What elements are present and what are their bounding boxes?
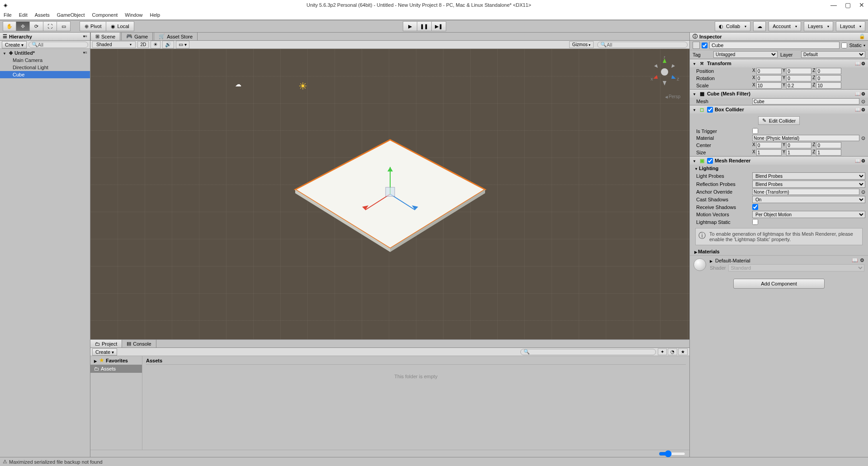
perspective-label[interactable]: Persp	[665, 94, 680, 99]
scene-menu-icon[interactable]: ▾≡	[83, 51, 87, 55]
cube-object[interactable]	[291, 135, 490, 253]
menu-file[interactable]: File	[4, 12, 12, 18]
tab-scene[interactable]: ⊞Scene	[90, 32, 120, 40]
scene-item[interactable]: ◈Untitled*▾≡	[0, 49, 90, 57]
help-icon[interactable]: 📖	[852, 257, 858, 263]
scl-x[interactable]	[756, 82, 782, 89]
hand-tool-button[interactable]: ✋	[3, 21, 16, 31]
layout-button[interactable]: Layout	[836, 21, 865, 31]
center-z[interactable]	[816, 142, 841, 148]
materials-foldout[interactable]: Materials	[690, 248, 868, 255]
scene-view[interactable]: ☁ ☀ y x z	[90, 49, 689, 339]
2d-toggle[interactable]: 2D	[137, 41, 149, 48]
tab-asset-store[interactable]: 🛒Asset Store	[154, 32, 198, 40]
cast-shadows-dropdown[interactable]: On	[752, 196, 865, 203]
maximize-icon[interactable]: ▢	[845, 1, 851, 9]
scl-y[interactable]	[786, 82, 811, 89]
center-x[interactable]	[756, 142, 782, 148]
tab-project[interactable]: 🗀Project	[90, 340, 122, 347]
pivot-button[interactable]: ⊕Pivot	[80, 21, 106, 31]
is-trigger-checkbox[interactable]	[752, 128, 758, 134]
gear-icon[interactable]: ⚙	[861, 107, 865, 112]
account-button[interactable]: Account	[769, 21, 801, 31]
filter-icon-3[interactable]: ★	[678, 348, 688, 355]
rot-z[interactable]	[816, 75, 841, 81]
lock-icon[interactable]: 🔒	[859, 33, 865, 39]
collider-enabled[interactable]	[707, 107, 713, 113]
tab-console[interactable]: ▤Console	[122, 340, 156, 347]
tag-dropdown[interactable]: Untagged	[713, 51, 778, 58]
lighting-toggle[interactable]: ☀	[151, 41, 160, 48]
layers-button[interactable]: Layers	[804, 21, 833, 31]
pos-x[interactable]	[756, 68, 782, 74]
receive-shadows-checkbox[interactable]	[752, 204, 758, 210]
help-icon[interactable]: 📖	[855, 61, 860, 66]
hierarchy-item-cube[interactable]: Cube	[0, 71, 90, 78]
rotate-tool-button[interactable]: ⟳	[30, 21, 43, 31]
size-z[interactable]	[816, 149, 841, 156]
lightmap-static-checkbox[interactable]	[752, 219, 758, 225]
help-icon[interactable]: 📖	[855, 158, 860, 163]
rot-x[interactable]	[756, 75, 782, 81]
shader-dropdown[interactable]: Standard	[728, 264, 864, 271]
rect-tool-button[interactable]: ▭	[57, 21, 71, 31]
layer-dropdown[interactable]: Default	[801, 51, 865, 58]
object-picker-icon[interactable]: ⊙	[861, 189, 865, 195]
gear-icon[interactable]: ⚙	[861, 158, 865, 163]
motion-vectors-dropdown[interactable]: Per Object Motion	[752, 211, 865, 218]
transform-header[interactable]: ⤧Transform 📖⚙	[690, 59, 868, 67]
size-x[interactable]	[756, 149, 782, 156]
rot-y[interactable]	[786, 75, 811, 81]
step-button[interactable]: ▶❚	[432, 21, 446, 31]
thumbnail-size-slider[interactable]	[659, 450, 686, 457]
favorites-item[interactable]: ★Favorites	[90, 356, 142, 365]
orientation-gizmo[interactable]: y x z	[649, 56, 680, 88]
create-button[interactable]: Create ▾	[2, 41, 27, 48]
active-checkbox[interactable]	[702, 43, 708, 48]
project-breadcrumb[interactable]: Assets	[146, 358, 686, 365]
pos-z[interactable]	[816, 68, 841, 74]
center-y[interactable]	[786, 142, 811, 148]
move-tool-button[interactable]: ✥	[16, 21, 30, 31]
gear-icon[interactable]: ⚙	[860, 257, 864, 263]
fx-toggle[interactable]: ▭ ▾	[176, 41, 189, 48]
static-checkbox[interactable]	[841, 43, 847, 48]
renderer-enabled[interactable]	[707, 158, 713, 164]
edit-collider-button[interactable]: ✎Edit Collider	[758, 116, 800, 125]
tab-game[interactable]: 🎮Game	[121, 32, 153, 40]
gear-icon[interactable]: ⚙	[861, 91, 865, 96]
anchor-field[interactable]	[752, 189, 859, 195]
hierarchy-item-camera[interactable]: Main Camera	[0, 57, 90, 64]
static-dropdown-icon[interactable]: ▾	[863, 43, 865, 48]
mesh-filter-header[interactable]: ▦Cube (Mesh Filter) 📖⚙	[690, 90, 868, 98]
minimize-icon[interactable]: —	[830, 1, 837, 9]
close-icon[interactable]: ✕	[859, 1, 864, 9]
shaded-dropdown[interactable]: Shaded	[92, 41, 136, 48]
play-button[interactable]: ▶	[403, 21, 417, 31]
project-create-button[interactable]: Create ▾	[92, 348, 117, 356]
hierarchy-search[interactable]: 🔍All	[28, 42, 88, 48]
panel-options-icon[interactable]: ▾≡	[83, 34, 87, 38]
gizmos-dropdown[interactable]: Gizmos	[569, 41, 594, 48]
mesh-renderer-header[interactable]: ▣Mesh Renderer 📖⚙	[690, 157, 868, 165]
collab-button[interactable]: ◐Collab	[715, 21, 750, 31]
assets-item[interactable]: 🗀Assets	[90, 365, 142, 373]
scl-z[interactable]	[816, 82, 841, 89]
pos-y[interactable]	[786, 68, 811, 74]
menu-edit[interactable]: Edit	[19, 12, 28, 18]
camera-gizmo-icon[interactable]: ☁	[235, 81, 241, 88]
menu-help[interactable]: Help	[150, 12, 160, 18]
size-y[interactable]	[786, 149, 811, 156]
gear-icon[interactable]: ⚙	[861, 61, 865, 66]
pause-button[interactable]: ❚❚	[417, 21, 432, 31]
audio-toggle[interactable]: 🔊	[162, 41, 174, 48]
object-picker-icon[interactable]: ⊙	[861, 99, 865, 105]
hierarchy-tab[interactable]: ☰ Hierarchy ▾≡	[0, 33, 90, 41]
reflection-probes-dropdown[interactable]: Blend Probes	[752, 181, 865, 188]
light-probes-dropdown[interactable]: Blend Probes	[752, 172, 865, 180]
object-picker-icon[interactable]: ⊙	[861, 135, 865, 141]
project-search[interactable]: 🔍	[520, 349, 656, 355]
cloud-button[interactable]: ☁	[753, 21, 766, 31]
menu-assets[interactable]: Assets	[35, 12, 50, 18]
light-gizmo-icon[interactable]: ☀	[298, 81, 307, 92]
